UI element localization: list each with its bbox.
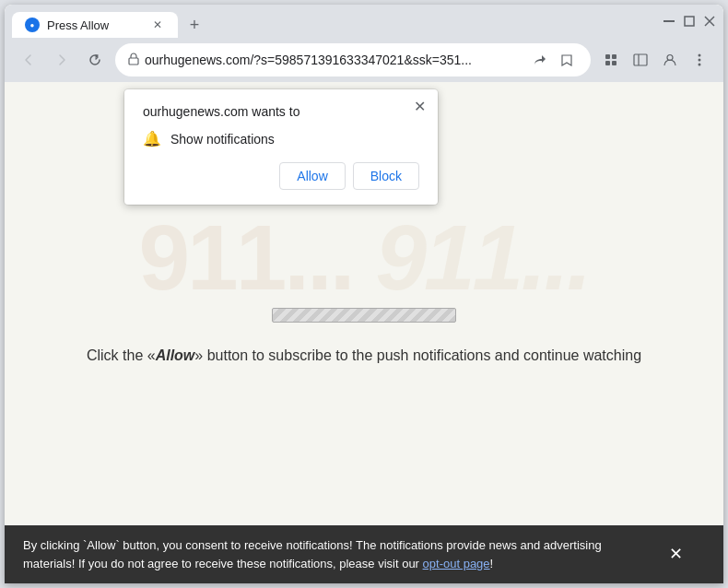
popup-close-button[interactable]: ✕ <box>410 97 429 115</box>
bell-icon: 🔔 <box>143 130 161 147</box>
svg-point-13 <box>699 59 701 62</box>
svg-rect-0 <box>663 20 675 22</box>
browser-tab[interactable]: ● Press Allow ✕ <box>12 12 178 38</box>
allow-button[interactable]: Allow <box>279 162 345 190</box>
lock-icon <box>128 53 139 68</box>
main-instruction-text: Click the «Allow» button to subscribe to… <box>5 347 723 364</box>
tab-bar: ● Press Allow ✕ + <box>12 12 659 38</box>
share-button[interactable] <box>528 49 550 71</box>
svg-rect-8 <box>612 61 616 65</box>
refresh-button[interactable] <box>82 47 108 73</box>
svg-rect-4 <box>129 58 138 65</box>
allow-text: Allow <box>156 347 195 363</box>
loading-bar-container <box>272 308 456 323</box>
loading-bar <box>272 308 456 323</box>
bookmark-button[interactable] <box>556 49 578 71</box>
banner-text-prefix: By clicking `Allow` button, you consent … <box>23 538 602 570</box>
page-content: 911... 911... Click the «Allow» button t… <box>5 82 723 583</box>
new-tab-button[interactable]: + <box>182 12 207 38</box>
maximize-button[interactable] <box>683 15 696 28</box>
svg-point-14 <box>699 64 701 66</box>
popup-item: 🔔 Show notifications <box>143 130 419 147</box>
close-button[interactable] <box>703 15 716 28</box>
svg-rect-7 <box>605 61 610 65</box>
account-button[interactable] <box>657 47 683 73</box>
tab-close-button[interactable]: ✕ <box>150 18 165 32</box>
banner-opt-out-link[interactable]: opt-out page <box>423 557 490 570</box>
block-button[interactable]: Block <box>353 162 419 190</box>
minimize-button[interactable] <box>663 15 675 28</box>
main-text-suffix: » button to subscribe to the push notifi… <box>194 347 641 363</box>
tab-title: Press Allow <box>47 18 143 32</box>
svg-rect-1 <box>685 17 694 26</box>
bottom-banner: By clicking `Allow` button, you consent … <box>5 525 723 583</box>
browser-window: ● Press Allow ✕ + <box>5 5 723 583</box>
popup-title: ourhugenews.com wants to <box>143 104 419 119</box>
back-button[interactable] <box>16 47 41 73</box>
sidebar-button[interactable] <box>628 47 653 73</box>
svg-rect-5 <box>605 54 610 59</box>
popup-item-text: Show notifications <box>170 132 275 147</box>
toolbar-icons <box>598 47 712 73</box>
banner-text-suffix: ! <box>490 557 494 570</box>
svg-point-12 <box>699 54 701 57</box>
main-text-prefix: Click the « <box>87 347 156 363</box>
svg-rect-6 <box>612 54 616 59</box>
svg-rect-9 <box>634 54 647 65</box>
address-actions <box>528 49 578 71</box>
forward-button[interactable] <box>49 47 75 73</box>
menu-button[interactable] <box>687 47 712 73</box>
banner-text: By clicking `Allow` button, you consent … <box>23 536 651 572</box>
tab-favicon: ● <box>25 18 40 32</box>
window-controls <box>663 15 716 35</box>
address-bar[interactable]: ourhugenews.com/?s=598571391633347021&ss… <box>115 43 591 76</box>
banner-close-button[interactable]: ✕ <box>665 538 687 570</box>
extensions-button[interactable] <box>598 47 624 73</box>
address-text: ourhugenews.com/?s=598571391633347021&ss… <box>145 53 523 67</box>
notification-popup: ✕ ourhugenews.com wants to 🔔 Show notifi… <box>124 89 438 205</box>
watermark: 911... 911... <box>138 205 589 311</box>
navigation-bar: ourhugenews.com/?s=598571391633347021&ss… <box>5 38 723 82</box>
popup-actions: Allow Block <box>143 162 419 190</box>
title-bar: ● Press Allow ✕ + <box>5 5 723 38</box>
